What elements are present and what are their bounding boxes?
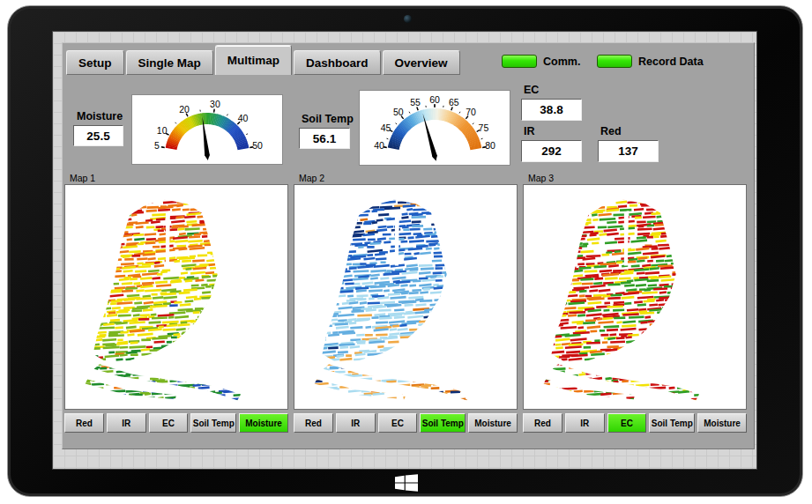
ec-label: EC: [524, 84, 539, 96]
map1-ir-button[interactable]: IR: [107, 413, 146, 433]
front-camera-icon: [404, 15, 412, 23]
map3-moisture-button[interactable]: Moisture: [697, 413, 747, 433]
map3-ec-button[interactable]: EC: [607, 413, 647, 433]
ec-value: 38.8: [521, 99, 582, 121]
map3-block: Map 3 Red IR EC Soil Temp Moisture: [523, 172, 747, 436]
moisture-gauge: 51020304050: [131, 94, 283, 165]
comm-led: [502, 55, 537, 68]
record-data-led-label: Record Data: [638, 56, 704, 68]
svg-text:80: 80: [485, 140, 495, 151]
map1-panel: [64, 184, 288, 410]
record-data-led: [597, 55, 632, 68]
map2-panel: [294, 184, 518, 410]
svg-text:50: 50: [252, 140, 263, 151]
map3-ir-button[interactable]: IR: [565, 413, 605, 433]
map3-field-image: [524, 185, 746, 409]
map1-field-image: [65, 185, 287, 409]
moisture-value: 25.5: [73, 125, 123, 146]
map1-soil-temp-button[interactable]: Soil Temp: [190, 413, 236, 433]
soil-temp-gauge: 404550556065707580: [359, 90, 510, 166]
map1-ec-button[interactable]: EC: [149, 413, 189, 433]
map3-soil-temp-button[interactable]: Soil Temp: [649, 413, 695, 433]
map2-red-button[interactable]: Red: [294, 413, 333, 433]
svg-text:20: 20: [179, 104, 190, 115]
map3-layer-buttons: Red IR EC Soil Temp Moisture: [523, 413, 747, 433]
svg-text:40: 40: [238, 113, 249, 123]
map1-layer-buttons: Red IR EC Soil Temp Moisture: [64, 413, 288, 433]
ir-label: IR: [524, 125, 535, 137]
svg-text:40: 40: [374, 140, 384, 151]
map3-red-button[interactable]: Red: [523, 413, 562, 433]
svg-text:70: 70: [466, 107, 476, 117]
map2-moisture-button[interactable]: Moisture: [468, 413, 518, 433]
map2-field-image: [294, 185, 517, 409]
svg-text:55: 55: [410, 97, 421, 107]
svg-text:60: 60: [429, 94, 440, 105]
comm-indicator-group: Comm.: [502, 55, 580, 68]
red-value: 137: [598, 140, 659, 162]
map1-moisture-button[interactable]: Moisture: [239, 413, 288, 433]
soil-temp-value: 56.1: [299, 128, 350, 149]
tab-multimap[interactable]: Multimap: [215, 45, 292, 75]
screen: Setup Single Map Multimap Dashboard Over…: [52, 31, 757, 470]
svg-text:10: 10: [157, 125, 168, 136]
map1-red-button[interactable]: Red: [64, 413, 104, 433]
red-label: Red: [600, 125, 622, 137]
map2-ir-button[interactable]: IR: [336, 413, 376, 433]
ir-value: 292: [521, 140, 582, 162]
tab-setup[interactable]: Setup: [66, 50, 124, 75]
windows-home-button[interactable]: [394, 473, 419, 493]
svg-text:50: 50: [393, 107, 404, 117]
comm-led-label: Comm.: [543, 56, 580, 68]
map3-panel: [523, 184, 747, 410]
app-panel: Setup Single Map Multimap Dashboard Over…: [62, 42, 755, 449]
moisture-label: Moisture: [77, 110, 123, 122]
map2-layer-buttons: Red IR EC Soil Temp Moisture: [294, 413, 518, 433]
map2-title: Map 2: [299, 173, 324, 183]
record-data-indicator-group: Record Data: [597, 55, 704, 68]
windows-logo-icon: [395, 474, 418, 492]
tab-bar: Setup Single Map Multimap Dashboard Over…: [66, 45, 460, 75]
svg-text:30: 30: [210, 99, 220, 109]
map2-ec-button[interactable]: EC: [378, 413, 418, 433]
map1-title: Map 1: [70, 173, 95, 183]
tab-single-map[interactable]: Single Map: [126, 50, 213, 75]
map3-title: Map 3: [528, 173, 554, 183]
svg-text:65: 65: [449, 97, 459, 107]
soil-temp-label: Soil Temp: [302, 113, 354, 125]
svg-text:75: 75: [479, 122, 489, 133]
map1-block: Map 1 Red IR EC Soil Temp Moisture: [64, 172, 288, 436]
map2-soil-temp-button[interactable]: Soil Temp: [420, 413, 466, 433]
svg-text:45: 45: [381, 122, 391, 133]
tablet-device: Setup Single Map Multimap Dashboard Over…: [7, 5, 803, 497]
tab-overview[interactable]: Overview: [383, 50, 460, 75]
map2-block: Map 2 Red IR EC Soil Temp Moisture: [294, 172, 518, 436]
tab-dashboard[interactable]: Dashboard: [294, 50, 381, 75]
svg-text:5: 5: [154, 140, 160, 151]
